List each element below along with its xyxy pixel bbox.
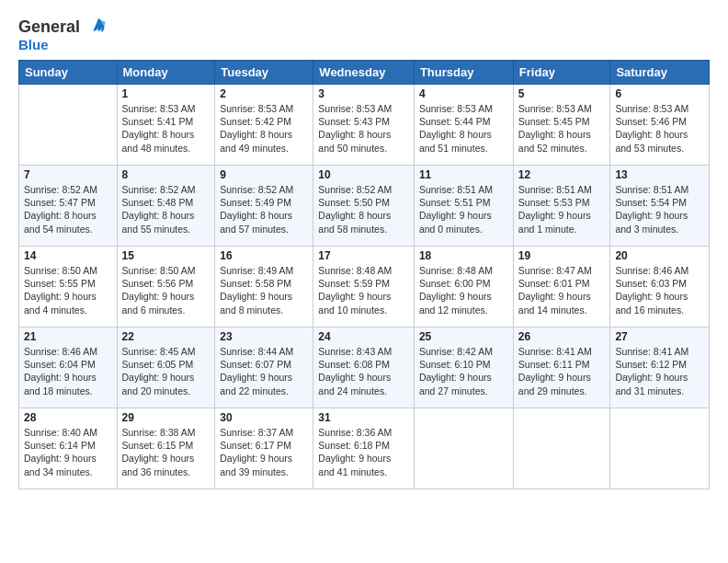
logo-bird-icon	[82, 15, 108, 40]
calendar-table: SundayMondayTuesdayWednesdayThursdayFrid…	[18, 60, 710, 489]
weekday-header-sunday: Sunday	[19, 61, 118, 85]
calendar-cell: 2Sunrise: 8:53 AM Sunset: 5:42 PM Daylig…	[215, 85, 313, 166]
day-number: 26	[518, 330, 606, 343]
day-number: 9	[220, 168, 308, 181]
day-number: 18	[419, 249, 508, 262]
calendar-cell: 28Sunrise: 8:40 AM Sunset: 6:14 PM Dayli…	[19, 408, 118, 489]
calendar-cell: 25Sunrise: 8:42 AM Sunset: 6:10 PM Dayli…	[414, 327, 513, 408]
day-info: Sunrise: 8:51 AM Sunset: 5:51 PM Dayligh…	[419, 183, 508, 236]
day-number: 22	[122, 330, 210, 343]
day-info: Sunrise: 8:53 AM Sunset: 5:41 PM Dayligh…	[122, 102, 210, 155]
day-number: 15	[122, 249, 210, 262]
week-row-4: 21Sunrise: 8:46 AM Sunset: 6:04 PM Dayli…	[19, 327, 710, 408]
day-info: Sunrise: 8:47 AM Sunset: 6:01 PM Dayligh…	[518, 264, 606, 316]
day-info: Sunrise: 8:48 AM Sunset: 5:59 PM Dayligh…	[318, 264, 409, 316]
calendar-cell: 6Sunrise: 8:53 AM Sunset: 5:46 PM Daylig…	[610, 85, 710, 166]
header: General Blue	[18, 15, 710, 52]
weekday-header-tuesday: Tuesday	[215, 61, 313, 85]
day-info: Sunrise: 8:52 AM Sunset: 5:48 PM Dayligh…	[122, 183, 210, 236]
day-info: Sunrise: 8:41 AM Sunset: 6:12 PM Dayligh…	[615, 345, 704, 397]
day-number: 3	[318, 87, 409, 100]
day-info: Sunrise: 8:53 AM Sunset: 5:42 PM Dayligh…	[220, 102, 308, 155]
calendar-cell: 7Sunrise: 8:52 AM Sunset: 5:47 PM Daylig…	[19, 166, 118, 247]
calendar-cell: 9Sunrise: 8:52 AM Sunset: 5:49 PM Daylig…	[215, 166, 313, 247]
calendar-cell: 8Sunrise: 8:52 AM Sunset: 5:48 PM Daylig…	[117, 166, 215, 247]
day-info: Sunrise: 8:42 AM Sunset: 6:10 PM Dayligh…	[419, 345, 508, 397]
day-number: 30	[220, 411, 308, 424]
calendar-cell	[513, 408, 610, 489]
day-number: 19	[518, 249, 606, 262]
day-number: 21	[24, 330, 112, 343]
calendar-cell: 24Sunrise: 8:43 AM Sunset: 6:08 PM Dayli…	[313, 327, 415, 408]
day-number: 17	[318, 249, 409, 262]
calendar-cell: 14Sunrise: 8:50 AM Sunset: 5:55 PM Dayli…	[19, 247, 118, 327]
day-info: Sunrise: 8:43 AM Sunset: 6:08 PM Dayligh…	[318, 345, 409, 397]
day-info: Sunrise: 8:50 AM Sunset: 5:56 PM Dayligh…	[122, 264, 210, 316]
page: General Blue SundayMondayTuesdayWednesda…	[0, 0, 728, 499]
calendar-cell: 22Sunrise: 8:45 AM Sunset: 6:05 PM Dayli…	[117, 327, 215, 408]
day-number: 27	[615, 330, 704, 343]
day-info: Sunrise: 8:50 AM Sunset: 5:55 PM Dayligh…	[24, 264, 112, 316]
weekday-header-friday: Friday	[513, 61, 610, 85]
calendar-cell: 13Sunrise: 8:51 AM Sunset: 5:54 PM Dayli…	[610, 166, 710, 247]
day-number: 4	[419, 87, 508, 100]
calendar-cell: 30Sunrise: 8:37 AM Sunset: 6:17 PM Dayli…	[215, 408, 313, 489]
calendar-cell: 10Sunrise: 8:52 AM Sunset: 5:50 PM Dayli…	[313, 166, 415, 247]
weekday-header-wednesday: Wednesday	[313, 61, 415, 85]
day-info: Sunrise: 8:38 AM Sunset: 6:15 PM Dayligh…	[122, 426, 210, 478]
day-number: 16	[220, 249, 308, 262]
logo-container: General Blue	[18, 15, 108, 52]
logo-general: General	[18, 18, 80, 37]
calendar-cell: 27Sunrise: 8:41 AM Sunset: 6:12 PM Dayli…	[610, 327, 710, 408]
day-info: Sunrise: 8:53 AM Sunset: 5:44 PM Dayligh…	[419, 102, 508, 155]
calendar-cell: 17Sunrise: 8:48 AM Sunset: 5:59 PM Dayli…	[313, 247, 415, 327]
weekday-header-thursday: Thursday	[414, 61, 513, 85]
day-number: 23	[220, 330, 308, 343]
calendar-cell: 21Sunrise: 8:46 AM Sunset: 6:04 PM Dayli…	[19, 327, 118, 408]
calendar-cell: 23Sunrise: 8:44 AM Sunset: 6:07 PM Dayli…	[215, 327, 313, 408]
day-info: Sunrise: 8:45 AM Sunset: 6:05 PM Dayligh…	[122, 345, 210, 397]
day-info: Sunrise: 8:52 AM Sunset: 5:47 PM Dayligh…	[24, 183, 112, 236]
day-info: Sunrise: 8:52 AM Sunset: 5:49 PM Dayligh…	[220, 183, 308, 236]
week-row-3: 14Sunrise: 8:50 AM Sunset: 5:55 PM Dayli…	[19, 247, 710, 327]
calendar-cell	[610, 408, 710, 489]
day-info: Sunrise: 8:53 AM Sunset: 5:46 PM Dayligh…	[615, 102, 704, 155]
calendar-cell: 16Sunrise: 8:49 AM Sunset: 5:58 PM Dayli…	[215, 247, 313, 327]
day-number: 29	[122, 411, 210, 424]
day-number: 14	[24, 249, 112, 262]
day-number: 11	[419, 168, 508, 181]
day-info: Sunrise: 8:53 AM Sunset: 5:45 PM Dayligh…	[518, 102, 606, 155]
day-number: 6	[615, 87, 704, 100]
day-number: 2	[220, 87, 308, 100]
day-number: 24	[318, 330, 409, 343]
day-number: 1	[122, 87, 210, 100]
calendar-cell: 20Sunrise: 8:46 AM Sunset: 6:03 PM Dayli…	[610, 247, 710, 327]
day-number: 31	[318, 411, 409, 424]
calendar-cell: 19Sunrise: 8:47 AM Sunset: 6:01 PM Dayli…	[513, 247, 610, 327]
calendar-cell	[414, 408, 513, 489]
weekday-header-saturday: Saturday	[610, 61, 710, 85]
day-info: Sunrise: 8:49 AM Sunset: 5:58 PM Dayligh…	[220, 264, 308, 316]
day-info: Sunrise: 8:53 AM Sunset: 5:43 PM Dayligh…	[318, 102, 409, 155]
day-info: Sunrise: 8:37 AM Sunset: 6:17 PM Dayligh…	[220, 426, 308, 478]
calendar-cell: 3Sunrise: 8:53 AM Sunset: 5:43 PM Daylig…	[313, 85, 415, 166]
week-row-5: 28Sunrise: 8:40 AM Sunset: 6:14 PM Dayli…	[19, 408, 710, 489]
day-info: Sunrise: 8:52 AM Sunset: 5:50 PM Dayligh…	[318, 183, 409, 236]
logo: General Blue	[18, 15, 108, 52]
day-info: Sunrise: 8:48 AM Sunset: 6:00 PM Dayligh…	[419, 264, 508, 316]
day-info: Sunrise: 8:46 AM Sunset: 6:04 PM Dayligh…	[24, 345, 112, 397]
day-number: 13	[615, 168, 704, 181]
day-info: Sunrise: 8:44 AM Sunset: 6:07 PM Dayligh…	[220, 345, 308, 397]
day-number: 20	[615, 249, 704, 262]
day-info: Sunrise: 8:46 AM Sunset: 6:03 PM Dayligh…	[615, 264, 704, 316]
day-number: 25	[419, 330, 508, 343]
week-row-2: 7Sunrise: 8:52 AM Sunset: 5:47 PM Daylig…	[19, 166, 710, 247]
calendar-cell: 31Sunrise: 8:36 AM Sunset: 6:18 PM Dayli…	[313, 408, 415, 489]
day-number: 12	[518, 168, 606, 181]
day-number: 7	[24, 168, 112, 181]
day-number: 5	[518, 87, 606, 100]
weekday-header-row: SundayMondayTuesdayWednesdayThursdayFrid…	[19, 61, 710, 85]
day-info: Sunrise: 8:36 AM Sunset: 6:18 PM Dayligh…	[318, 426, 409, 478]
day-info: Sunrise: 8:51 AM Sunset: 5:53 PM Dayligh…	[518, 183, 606, 236]
day-info: Sunrise: 8:40 AM Sunset: 6:14 PM Dayligh…	[24, 426, 112, 478]
